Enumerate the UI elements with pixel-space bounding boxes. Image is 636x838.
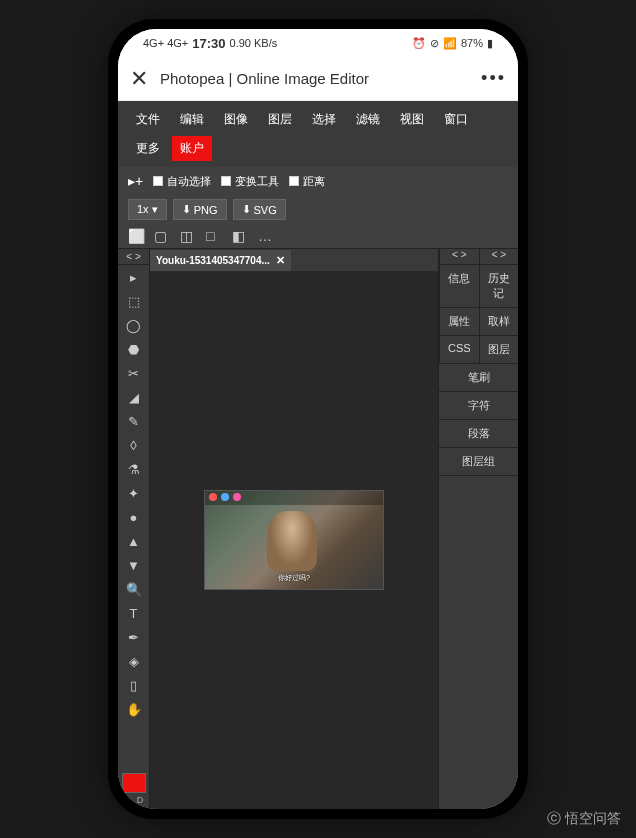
- panel-layer-comps[interactable]: 图层组: [439, 448, 518, 475]
- move-tool[interactable]: ▸: [118, 265, 149, 289]
- panel-swatches[interactable]: 取样: [479, 308, 519, 335]
- crop-tool[interactable]: ✂: [118, 361, 149, 385]
- menu-image[interactable]: 图像: [216, 107, 256, 132]
- heal-tool[interactable]: ✎: [118, 409, 149, 433]
- auto-select-option[interactable]: 自动选择: [153, 174, 211, 189]
- menu-window[interactable]: 窗口: [436, 107, 476, 132]
- gradient-tool[interactable]: ●: [118, 505, 149, 529]
- phone-frame: 4G+ 4G+ 17:30 0.90 KB/s ⏰ ⊘ 📶 87% ▮ ✕ Ph…: [108, 19, 528, 819]
- menu-view[interactable]: 视图: [392, 107, 432, 132]
- panel-brush[interactable]: 笔刷: [439, 364, 518, 391]
- signal-icon: 4G+ 4G+: [143, 37, 188, 49]
- overlay-marker: [221, 493, 229, 501]
- dnd-icon: ⊘: [430, 37, 439, 50]
- file-tab-name: Youku-1531405347704...: [156, 255, 270, 266]
- align-right-icon[interactable]: ◫: [180, 228, 196, 244]
- panel-layers[interactable]: 图层: [479, 336, 519, 363]
- canvas[interactable]: 你好过吗?: [150, 271, 438, 809]
- panel-collapse-1[interactable]: < >: [439, 249, 479, 265]
- menu-select[interactable]: 选择: [304, 107, 344, 132]
- clone-tool[interactable]: ⚗: [118, 457, 149, 481]
- align-center-h-icon[interactable]: ▢: [154, 228, 170, 244]
- panel-css[interactable]: CSS: [439, 336, 479, 363]
- status-time: 17:30: [192, 36, 225, 51]
- download-icon: ⬇: [242, 203, 251, 216]
- menu-account[interactable]: 账户: [172, 136, 212, 161]
- menu-bar: 文件 编辑 图像 图层 选择 滤镜 视图 窗口 更多 账户: [118, 101, 518, 167]
- align-more-icon[interactable]: …: [258, 228, 274, 244]
- hand-tool[interactable]: ✋: [118, 697, 149, 721]
- watermark: ⓒ 悟空问答: [547, 810, 621, 828]
- foreground-color[interactable]: [122, 773, 146, 793]
- image-caption: 你好过吗?: [205, 573, 383, 583]
- panel-collapse-2[interactable]: < >: [479, 249, 519, 265]
- network-speed: 0.90 KB/s: [230, 37, 278, 49]
- overlay-marker: [209, 493, 217, 501]
- eyedropper-tool[interactable]: ◢: [118, 385, 149, 409]
- distance-option[interactable]: 距离: [289, 174, 325, 189]
- panel-character[interactable]: 字符: [439, 392, 518, 419]
- options-bar: ▸+ 自动选择 变换工具 距离: [118, 167, 518, 195]
- path-tool[interactable]: ◈: [118, 649, 149, 673]
- align-left-icon[interactable]: ⬜: [128, 228, 144, 244]
- status-bar: 4G+ 4G+ 17:30 0.90 KB/s ⏰ ⊘ 📶 87% ▮: [118, 29, 518, 57]
- distance-checkbox[interactable]: [289, 176, 299, 186]
- image-content[interactable]: 你好过吗?: [204, 490, 384, 590]
- panel-history[interactable]: 历史记: [479, 265, 519, 307]
- battery-icon: ▮: [487, 37, 493, 50]
- auto-select-checkbox[interactable]: [153, 176, 163, 186]
- tab-close-icon[interactable]: ✕: [276, 254, 285, 267]
- color-swatches: ↑↓ D: [118, 769, 149, 809]
- close-icon[interactable]: ✕: [130, 66, 148, 92]
- tools-panel: < > ▸ ⬚ ◯ ⬣ ✂ ◢ ✎ ◊ ⚗ ✦ ● ▲ ▼ 🔍 T ✒ ◈ ▯ …: [118, 249, 150, 809]
- more-icon[interactable]: •••: [481, 68, 506, 89]
- alarm-icon: ⏰: [412, 37, 426, 50]
- export-bar: 1x ▾ ⬇ PNG ⬇ SVG: [118, 195, 518, 224]
- default-colors-icon[interactable]: D: [137, 795, 144, 805]
- menu-file[interactable]: 文件: [128, 107, 168, 132]
- right-panels: < > < > 信息 历史记 属性 取样 CSS 图层 笔刷: [438, 249, 518, 809]
- align-bar: ⬜ ▢ ◫ □ ◧ …: [118, 224, 518, 249]
- swap-colors-icon[interactable]: ↑↓: [124, 795, 133, 805]
- menu-filter[interactable]: 滤镜: [348, 107, 388, 132]
- transform-tool-option[interactable]: 变换工具: [221, 174, 279, 189]
- eraser-tool[interactable]: ✦: [118, 481, 149, 505]
- panel-properties[interactable]: 属性: [439, 308, 479, 335]
- battery-percent: 87%: [461, 37, 483, 49]
- image-subject: [267, 511, 317, 571]
- marquee-tool[interactable]: ⬚: [118, 289, 149, 313]
- zoom-tool[interactable]: 🔍: [118, 577, 149, 601]
- phone-screen: 4G+ 4G+ 17:30 0.90 KB/s ⏰ ⊘ 📶 87% ▮ ✕ Ph…: [118, 29, 518, 809]
- move-tool-icon[interactable]: ▸+: [128, 173, 143, 189]
- shape-tool[interactable]: ▯: [118, 673, 149, 697]
- lasso-tool[interactable]: ◯: [118, 313, 149, 337]
- download-icon: ⬇: [182, 203, 191, 216]
- overlay-marker: [233, 493, 241, 501]
- wifi-icon: 📶: [443, 37, 457, 50]
- export-png-button[interactable]: ⬇ PNG: [173, 199, 227, 220]
- menu-edit[interactable]: 编辑: [172, 107, 212, 132]
- blur-tool[interactable]: ▲: [118, 529, 149, 553]
- text-tool[interactable]: T: [118, 601, 149, 625]
- app-header: ✕ Photopea | Online Image Editor •••: [118, 57, 518, 101]
- transform-checkbox[interactable]: [221, 176, 231, 186]
- panel-info[interactable]: 信息: [439, 265, 479, 307]
- menu-layer[interactable]: 图层: [260, 107, 300, 132]
- align-top-icon[interactable]: □: [206, 228, 222, 244]
- menu-more[interactable]: 更多: [128, 136, 168, 161]
- brush-tool[interactable]: ◊: [118, 433, 149, 457]
- page-title: Photopea | Online Image Editor: [160, 70, 481, 87]
- file-tab[interactable]: Youku-1531405347704... ✕: [150, 250, 291, 271]
- align-center-v-icon[interactable]: ◧: [232, 228, 248, 244]
- export-svg-button[interactable]: ⬇ SVG: [233, 199, 286, 220]
- zoom-dropdown[interactable]: 1x ▾: [128, 199, 167, 220]
- main-area: < > ▸ ⬚ ◯ ⬣ ✂ ◢ ✎ ◊ ⚗ ✦ ● ▲ ▼ 🔍 T ✒ ◈ ▯ …: [118, 249, 518, 809]
- dodge-tool[interactable]: ▼: [118, 553, 149, 577]
- document-tabs: Youku-1531405347704... ✕: [150, 249, 438, 271]
- pen-tool[interactable]: ✒: [118, 625, 149, 649]
- panel-paragraph[interactable]: 段落: [439, 420, 518, 447]
- canvas-area: Youku-1531405347704... ✕ 你好过吗?: [150, 249, 438, 809]
- tools-collapse[interactable]: < >: [118, 249, 149, 265]
- wand-tool[interactable]: ⬣: [118, 337, 149, 361]
